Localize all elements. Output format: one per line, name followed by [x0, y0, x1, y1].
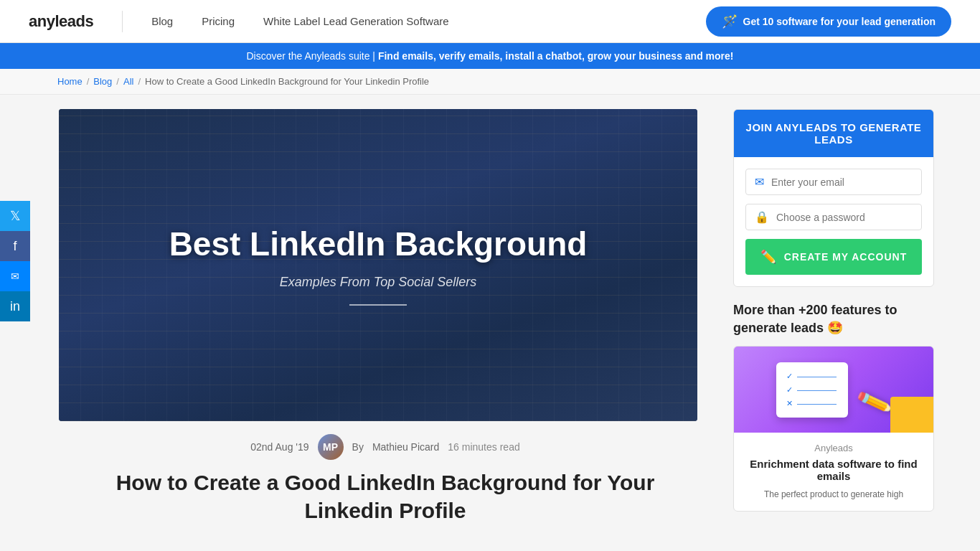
hero-divider	[349, 304, 407, 306]
product-brand: Anyleads	[744, 443, 923, 453]
product-title: Enrichment data software to find emails	[744, 458, 923, 482]
author-avatar: MP	[318, 434, 344, 460]
breadcrumb-home[interactable]: Home	[57, 76, 83, 87]
nav-blog[interactable]: Blog	[151, 15, 173, 27]
nav-pricing[interactable]: Pricing	[202, 15, 235, 27]
article-meta: 02nd Aug '19 MP By Mathieu Picard 16 min…	[59, 421, 712, 468]
create-account-button[interactable]: ✏️ CREATE MY ACCOUNT	[745, 239, 922, 275]
main-layout: Best LinkedIn Background Examples From T…	[0, 95, 980, 551]
main-nav: Blog Pricing White Label Lead Generation…	[151, 6, 951, 37]
article-read-time: 16 minutes read	[448, 441, 519, 453]
signup-form: ✉ 🔒 ✏️ CREATE MY ACCOUNT	[734, 157, 933, 286]
hero-title: Best LinkedIn Background	[169, 225, 588, 263]
messenger-icon: ✉	[11, 270, 19, 282]
site-header: anyleads Blog Pricing White Label Lead G…	[0, 0, 980, 43]
article-author: Mathieu Picard	[372, 441, 439, 453]
product-info: Anyleads Enrichment data software to fin…	[734, 433, 933, 511]
checklist-card: ✓————— ✓————— ✕—————	[776, 362, 848, 418]
wand-icon: 🪄	[722, 14, 738, 29]
messenger-share-button[interactable]: ✉	[0, 261, 30, 291]
content-area: Best LinkedIn Background Examples From T…	[30, 95, 726, 551]
product-image: ✓————— ✓————— ✕————— ✏️	[734, 347, 933, 433]
check-item-1: ✓—————	[786, 369, 838, 383]
yellow-decoration	[890, 397, 933, 433]
twitter-share-button[interactable]: 𝕏	[0, 201, 30, 231]
nav-white-label[interactable]: White Label Lead Generation Software	[263, 15, 449, 27]
banner-prefix: Discover the Anyleads suite |	[247, 50, 378, 62]
article-date: 02nd Aug '19	[250, 441, 308, 453]
breadcrumb-all[interactable]: All	[123, 76, 133, 87]
product-description: The perfect product to generate high	[744, 488, 923, 501]
email-input[interactable]	[771, 176, 913, 188]
pencil-icon: ✏️	[760, 249, 777, 265]
breadcrumb-current: How to Create a Good LinkedIn Background…	[145, 76, 429, 87]
password-input-row: 🔒	[745, 204, 922, 230]
social-sidebar: 𝕏 f ✉ in	[0, 201, 30, 321]
article-author-by: By	[352, 441, 364, 453]
promo-banner[interactable]: Discover the Anyleads suite | Find email…	[0, 43, 980, 69]
hero-subtitle: Examples From Top Social Sellers	[280, 275, 476, 290]
check-item-2: ✓—————	[786, 383, 838, 397]
signup-header: JOIN ANYLEADS TO GENERATE LEADS	[734, 110, 933, 157]
product-card: ✓————— ✓————— ✕————— ✏️ Anyleads Enrichm…	[733, 346, 934, 512]
banner-highlight: Find emails, verify emails, install a ch…	[378, 50, 734, 62]
cta-label: Get 10 software for your lead generation	[743, 16, 936, 27]
twitter-icon: 𝕏	[10, 208, 21, 224]
facebook-share-button[interactable]: f	[0, 231, 30, 261]
pencil-decoration: ✏️	[854, 382, 895, 422]
linkedin-icon: in	[10, 299, 20, 314]
article-title: How to Create a Good LinkedIn Background…	[59, 468, 712, 539]
facebook-icon: f	[13, 239, 17, 254]
get-software-button[interactable]: 🪄 Get 10 software for your lead generati…	[706, 6, 951, 37]
features-text: More than +200 features to generate lead…	[733, 287, 934, 346]
product-illustration: ✓————— ✓————— ✕————— ✏️	[776, 362, 891, 418]
check-item-3: ✕—————	[786, 397, 838, 410]
email-icon: ✉	[755, 175, 764, 189]
breadcrumb-blog[interactable]: Blog	[93, 76, 112, 87]
signup-box: JOIN ANYLEADS TO GENERATE LEADS ✉ 🔒 ✏️ C…	[733, 109, 934, 287]
password-input[interactable]	[776, 212, 913, 223]
linkedin-share-button[interactable]: in	[0, 291, 30, 321]
breadcrumb-sep-1: /	[87, 76, 90, 87]
hero-background	[59, 109, 697, 421]
hero-image: Best LinkedIn Background Examples From T…	[59, 109, 697, 421]
email-input-row: ✉	[745, 169, 922, 195]
header-divider	[122, 11, 123, 32]
right-sidebar: JOIN ANYLEADS TO GENERATE LEADS ✉ 🔒 ✏️ C…	[726, 95, 948, 551]
breadcrumb-sep-3: /	[138, 76, 141, 87]
breadcrumb-sep-2: /	[116, 76, 119, 87]
create-btn-label: CREATE MY ACCOUNT	[784, 251, 908, 263]
site-logo[interactable]: anyleads	[29, 12, 93, 31]
breadcrumb: Home / Blog / All / How to Create a Good…	[0, 69, 980, 95]
lock-icon: 🔒	[755, 210, 769, 224]
